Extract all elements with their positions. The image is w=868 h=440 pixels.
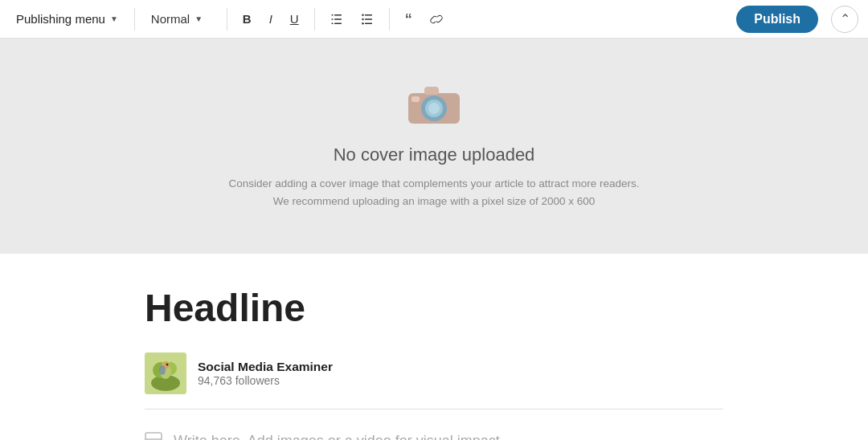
unordered-list-icon: [361, 13, 374, 26]
svg-rect-7: [365, 18, 372, 20]
link-button[interactable]: [424, 9, 448, 29]
svg-point-10: [362, 18, 363, 20]
svg-rect-1: [334, 18, 342, 20]
svg-point-25: [166, 364, 169, 366]
author-row: Social Media Examiner 94,763 followers: [145, 352, 723, 409]
cover-section: No cover image uploaded Consider adding …: [0, 39, 868, 254]
paragraph-style-dropdown[interactable]: Normal ▼: [145, 9, 217, 29]
svg-rect-5: [331, 23, 333, 25]
svg-point-9: [362, 14, 363, 16]
svg-point-24: [159, 365, 166, 375]
svg-rect-3: [331, 14, 333, 16]
italic-button[interactable]: I: [264, 10, 278, 28]
unordered-list-button[interactable]: [355, 9, 379, 29]
no-cover-description: Consider adding a cover image that compl…: [229, 175, 640, 210]
chevron-down-icon: ▼: [110, 14, 118, 23]
blockquote-button[interactable]: “: [399, 9, 418, 30]
camera-icon: [405, 79, 463, 127]
write-placeholder[interactable]: Write here. Add images or a video for vi…: [174, 433, 504, 440]
svg-rect-4: [331, 18, 333, 20]
no-cover-desc-line1: Consider adding a cover image that compl…: [229, 175, 640, 193]
camera-icon-wrap: [405, 79, 463, 130]
toolbar: Publishing menu ▼ Normal ▼ B I U “: [0, 0, 868, 39]
underline-button[interactable]: U: [285, 10, 305, 28]
no-cover-title: No cover image uploaded: [334, 145, 535, 165]
avatar-image: [145, 352, 186, 394]
svg-rect-6: [365, 14, 372, 16]
collapse-button[interactable]: ⌃: [831, 6, 858, 33]
divider-3: [314, 8, 315, 31]
svg-point-15: [428, 103, 440, 114]
ordered-list-icon: [330, 13, 343, 26]
publishing-menu-button[interactable]: Publishing menu ▼: [10, 9, 125, 29]
ordered-list-button[interactable]: [325, 9, 349, 29]
divider-2: [227, 8, 227, 31]
no-cover-desc-line2: We recommend uploading an image with a p…: [229, 193, 640, 210]
publish-button[interactable]: Publish: [736, 6, 818, 33]
media-icon-svg: [145, 430, 162, 440]
author-followers: 94,763 followers: [198, 374, 333, 387]
add-media-icon[interactable]: [145, 430, 162, 440]
chevron-up-icon: ⌃: [840, 11, 850, 26]
write-row[interactable]: Write here. Add images or a video for vi…: [145, 427, 723, 440]
svg-rect-16: [424, 87, 439, 95]
link-icon: [430, 13, 443, 26]
bold-button[interactable]: B: [237, 10, 257, 28]
author-avatar[interactable]: [145, 352, 186, 394]
publishing-menu-label: Publishing menu: [16, 12, 105, 26]
svg-rect-17: [411, 96, 420, 102]
article-headline[interactable]: Headline: [145, 286, 723, 330]
author-name: Social Media Examiner: [198, 360, 333, 374]
author-info: Social Media Examiner 94,763 followers: [198, 360, 333, 387]
paragraph-chevron-icon: ▼: [194, 14, 203, 23]
svg-rect-8: [365, 23, 372, 25]
svg-rect-2: [334, 23, 342, 25]
divider-1: [134, 8, 135, 31]
svg-point-11: [362, 22, 363, 24]
divider-4: [389, 8, 390, 31]
content-area: Headline Social Media Examiner 94,763 fo…: [129, 254, 739, 440]
paragraph-style-label: Normal: [151, 12, 190, 26]
svg-rect-0: [334, 14, 342, 16]
